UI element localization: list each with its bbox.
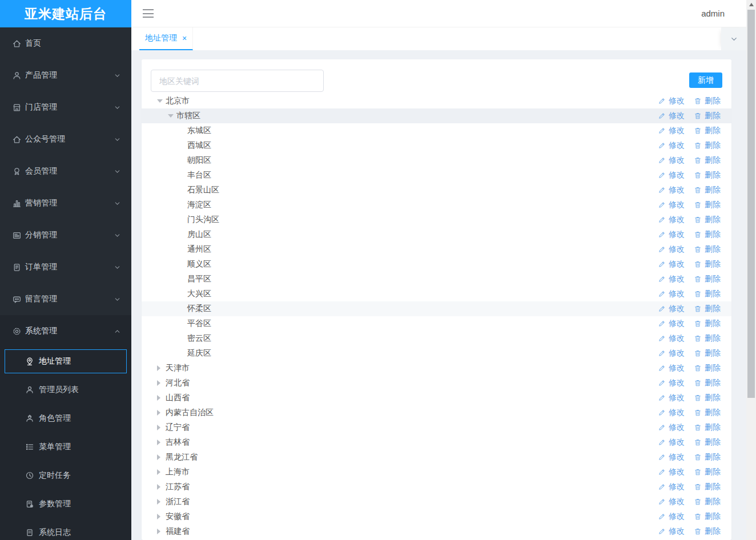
edit-link[interactable]: 修改 (658, 215, 685, 225)
search-input[interactable] (151, 70, 324, 92)
tree-row[interactable]: 河北省 修改 删除 (142, 376, 731, 390)
expand-arrow[interactable] (157, 365, 166, 371)
tree-row[interactable]: 密云区 修改 删除 (142, 331, 731, 346)
delete-link[interactable]: 删除 (694, 526, 721, 537)
tree-row[interactable]: 吉林省 修改 删除 (142, 435, 731, 450)
sidebar-item-store[interactable]: 门店管理 (0, 91, 131, 123)
hamburger-menu-icon[interactable] (143, 9, 154, 18)
edit-link[interactable]: 修改 (658, 482, 685, 492)
tree-row[interactable]: 朝阳区 修改 删除 (142, 153, 731, 168)
edit-link[interactable]: 修改 (658, 408, 685, 418)
tree-row[interactable]: 西城区 修改 删除 (142, 138, 731, 153)
edit-link[interactable]: 修改 (658, 363, 685, 373)
sidebar-item-distribution[interactable]: 分销管理 (0, 219, 131, 251)
expand-arrow[interactable] (157, 469, 166, 475)
edit-link[interactable]: 修改 (658, 511, 685, 522)
edit-link[interactable]: 修改 (658, 229, 685, 240)
delete-link[interactable]: 删除 (694, 111, 721, 121)
tree-row[interactable]: 辽宁省 修改 删除 (142, 420, 731, 435)
edit-link[interactable]: 修改 (658, 259, 685, 269)
tree-row[interactable]: 山西省 修改 删除 (142, 390, 731, 405)
sidebar-item-home[interactable]: 首页 (0, 27, 131, 59)
sidebar-item-marketing[interactable]: 营销管理 (0, 187, 131, 219)
sidebar-subitem-role[interactable]: 角色管理 (0, 404, 131, 433)
edit-link[interactable]: 修改 (658, 126, 685, 136)
tree-row[interactable]: 大兴区 修改 删除 (142, 287, 731, 301)
sidebar-subitem-log[interactable]: 系统日志 (0, 518, 131, 540)
tree-row[interactable]: 浙江省 修改 删除 (142, 494, 731, 509)
scrollbar-up-arrow[interactable] (746, 0, 756, 9)
edit-link[interactable]: 修改 (658, 319, 685, 329)
delete-link[interactable]: 删除 (694, 170, 721, 180)
delete-link[interactable]: 删除 (694, 497, 721, 507)
edit-link[interactable]: 修改 (658, 96, 685, 106)
delete-link[interactable]: 删除 (694, 319, 721, 329)
expand-arrow[interactable] (157, 529, 166, 534)
expand-arrow[interactable] (157, 440, 166, 445)
expand-arrow[interactable] (168, 114, 176, 118)
edit-link[interactable]: 修改 (658, 467, 685, 477)
sidebar-subitem-address[interactable]: 地址管理 (5, 349, 127, 373)
tree-row[interactable]: 安徽省 修改 删除 (142, 509, 731, 524)
delete-link[interactable]: 删除 (694, 304, 721, 314)
tree-row[interactable]: 江苏省 修改 删除 (142, 479, 731, 494)
delete-link[interactable]: 删除 (694, 511, 721, 522)
delete-link[interactable]: 删除 (694, 378, 721, 388)
edit-link[interactable]: 修改 (658, 526, 685, 537)
edit-link[interactable]: 修改 (658, 140, 685, 151)
edit-link[interactable]: 修改 (658, 200, 685, 210)
tree-row[interactable]: 内蒙古自治区 修改 删除 (142, 405, 731, 420)
sidebar-item-message[interactable]: 留言管理 (0, 283, 131, 315)
sidebar-item-official-account[interactable]: 公众号管理 (0, 123, 131, 155)
edit-link[interactable]: 修改 (658, 155, 685, 166)
tree-row[interactable]: 东城区 修改 删除 (142, 123, 731, 138)
edit-link[interactable]: 修改 (658, 185, 685, 195)
edit-link[interactable]: 修改 (658, 437, 685, 448)
tree-row[interactable]: 海淀区 修改 删除 (142, 198, 731, 212)
sidebar-subitem-admin-list[interactable]: 管理员列表 (0, 376, 131, 404)
delete-link[interactable]: 删除 (694, 200, 721, 210)
tree-row[interactable]: 上海市 修改 删除 (142, 465, 731, 479)
delete-link[interactable]: 删除 (694, 215, 721, 225)
sidebar-item-order[interactable]: 订单管理 (0, 251, 131, 283)
add-button[interactable]: 新增 (689, 72, 722, 88)
sidebar-subitem-param[interactable]: 参数管理 (0, 490, 131, 518)
delete-link[interactable]: 删除 (694, 437, 721, 448)
tree-row[interactable]: 石景山区 修改 删除 (142, 183, 731, 198)
tree-row[interactable]: 北京市 修改 删除 (142, 94, 731, 108)
delete-link[interactable]: 删除 (694, 274, 721, 284)
expand-arrow[interactable] (157, 484, 166, 490)
expand-arrow[interactable] (157, 395, 166, 401)
delete-link[interactable]: 删除 (694, 155, 721, 166)
delete-link[interactable]: 删除 (694, 185, 721, 195)
delete-link[interactable]: 删除 (694, 289, 721, 299)
edit-link[interactable]: 修改 (658, 422, 685, 433)
delete-link[interactable]: 删除 (694, 482, 721, 492)
browser-scrollbar[interactable] (746, 0, 756, 540)
edit-link[interactable]: 修改 (658, 378, 685, 388)
user-menu[interactable]: admin (701, 9, 725, 18)
edit-link[interactable]: 修改 (658, 393, 685, 403)
edit-link[interactable]: 修改 (658, 289, 685, 299)
edit-link[interactable]: 修改 (658, 452, 685, 462)
delete-link[interactable]: 删除 (694, 422, 721, 433)
delete-link[interactable]: 删除 (694, 348, 721, 358)
tree-row[interactable]: 通州区 修改 删除 (142, 242, 731, 257)
sidebar-item-product[interactable]: 产品管理 (0, 59, 131, 91)
sidebar-subitem-cron[interactable]: 定时任务 (0, 461, 131, 490)
edit-link[interactable]: 修改 (658, 244, 685, 255)
delete-link[interactable]: 删除 (694, 140, 721, 151)
edit-link[interactable]: 修改 (658, 111, 685, 121)
tree-row[interactable]: 丰台区 修改 删除 (142, 168, 731, 183)
delete-link[interactable]: 删除 (694, 244, 721, 255)
tree-row[interactable]: 平谷区 修改 删除 (142, 316, 731, 331)
tree-row[interactable]: 顺义区 修改 删除 (142, 257, 731, 272)
tree-row[interactable]: 福建省 修改 删除 (142, 524, 731, 539)
tab-close-icon[interactable]: × (182, 34, 187, 43)
expand-arrow[interactable] (157, 410, 166, 416)
tab-address-management[interactable]: 地址管理 × (139, 27, 193, 50)
delete-link[interactable]: 删除 (694, 467, 721, 477)
edit-link[interactable]: 修改 (658, 333, 685, 344)
delete-link[interactable]: 删除 (694, 259, 721, 269)
tree-row[interactable]: 门头沟区 修改 删除 (142, 212, 731, 227)
